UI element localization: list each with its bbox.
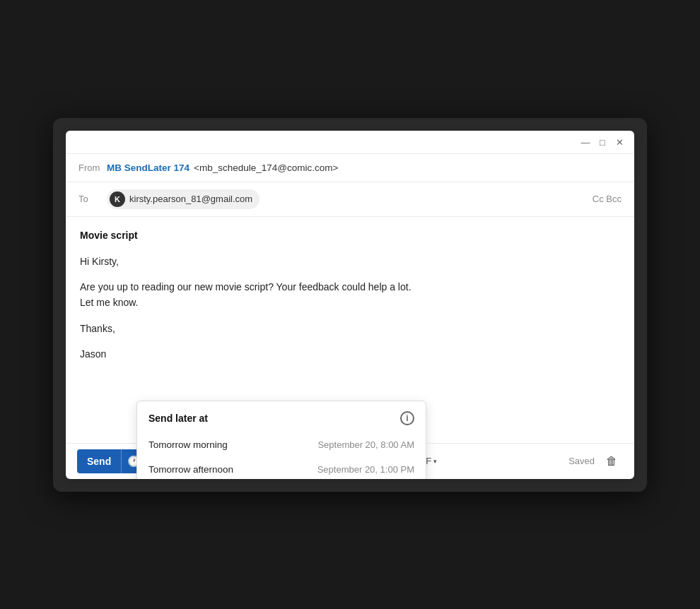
minimize-button[interactable]: —	[581, 138, 590, 148]
recipient-chip[interactable]: K kirsty.pearson_81@gmail.com	[107, 189, 259, 209]
maximize-button[interactable]: □	[597, 138, 607, 148]
window-controls: — □ ✕	[581, 138, 624, 148]
from-row: From MB SendLater 174 <mb_schedule_174@c…	[66, 154, 634, 182]
delete-button[interactable]: 🗑	[600, 450, 623, 473]
option-tomorrow-morning[interactable]: Tomorrow morning September 20, 8:00 AM	[137, 432, 426, 457]
to-row: To K kirsty.pearson_81@gmail.com Cc Bcc	[66, 182, 634, 217]
subject-field: Movie script	[80, 230, 620, 241]
option-tomorrow-afternoon[interactable]: Tomorrow afternoon September 20, 1:00 PM	[137, 457, 426, 479]
body-greeting: Hi Kirsty,	[80, 254, 620, 269]
panel-header: Send later at i	[137, 401, 426, 432]
option-label-1: Tomorrow afternoon	[148, 464, 233, 475]
option-label-0: Tomorrow morning	[148, 439, 228, 450]
body-thanks: Thanks,	[80, 321, 620, 336]
body-line2: Are you up to reading our new movie scri…	[80, 281, 412, 292]
delete-icon: 🗑	[606, 455, 617, 468]
off-dropdown-icon: ▾	[433, 458, 437, 465]
schedule-options: Tomorrow morning September 20, 8:00 AM T…	[137, 432, 426, 479]
body-line3: Let me know.	[80, 297, 139, 308]
title-bar: — □ ✕	[66, 131, 634, 154]
from-label: From	[78, 162, 107, 173]
cc-bcc-button[interactable]: Cc Bcc	[593, 194, 622, 204]
avatar: K	[110, 191, 125, 207]
toolbar-right: Saved 🗑	[568, 450, 623, 473]
body-text[interactable]: Hi Kirsty, Are you up to reading our new…	[80, 254, 620, 362]
email-body[interactable]: Movie script Hi Kirsty, Are you up to re…	[66, 217, 634, 443]
saved-label: Saved	[568, 456, 595, 466]
option-date-1: September 20, 1:00 PM	[317, 464, 414, 475]
sender-email: <mb_schedule_174@comic.com>	[194, 162, 338, 173]
close-button[interactable]: ✕	[614, 138, 624, 148]
send-later-panel: Send later at i Tomorrow morning Septemb…	[136, 401, 426, 479]
body-paragraph: Are you up to reading our new movie scri…	[80, 279, 620, 311]
send-button-label: Send	[77, 449, 122, 473]
info-icon[interactable]: i	[400, 411, 414, 425]
body-signature: Jason	[80, 346, 620, 362]
option-date-0: September 20, 8:00 AM	[317, 439, 414, 450]
to-label: To	[78, 194, 107, 204]
sender-name: MB SendLater 174	[107, 162, 189, 173]
panel-title: Send later at	[148, 413, 208, 424]
recipient-email: kirsty.pearson_81@gmail.com	[129, 194, 252, 204]
